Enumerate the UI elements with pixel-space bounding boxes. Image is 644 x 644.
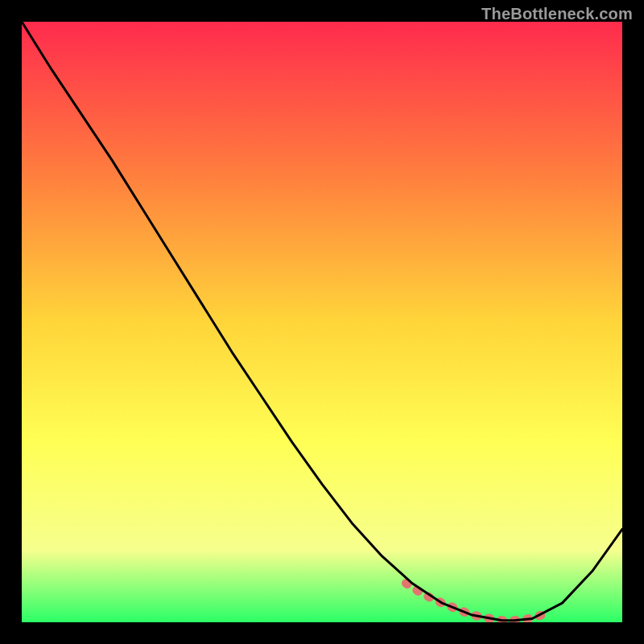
gradient-background: [22, 22, 622, 622]
plot-area: [22, 22, 622, 622]
chart-frame: TheBottleneck.com: [0, 0, 644, 644]
attribution-label: TheBottleneck.com: [481, 5, 633, 23]
chart-svg: [22, 22, 622, 622]
